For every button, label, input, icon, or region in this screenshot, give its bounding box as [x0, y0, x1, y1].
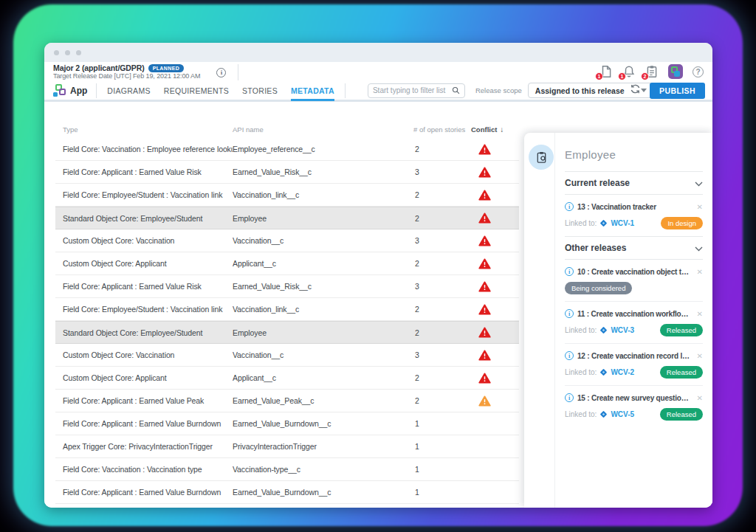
conflict-warning-icon[interactable]	[478, 167, 491, 178]
info-icon[interactable]: i	[565, 202, 574, 211]
table-row[interactable]: Field Core: Applicant : Earned Value Bur…	[55, 481, 519, 504]
release-notes-button[interactable]: 1	[599, 65, 613, 78]
conflict-warning-icon[interactable]	[478, 373, 491, 384]
linked-to-label: Linked to:	[565, 368, 597, 376]
tab-requirements[interactable]: REQUIREMENTS	[164, 83, 229, 101]
panel-section: Other releases i 10 : Create vaccination…	[565, 236, 703, 427]
notifications-button[interactable]: 1	[622, 65, 636, 78]
conflict-warning-icon[interactable]	[478, 235, 491, 246]
table-row[interactable]: Apex Trigger Core: PrivacyInteractionTri…	[55, 435, 519, 458]
window-dot-3[interactable]	[76, 50, 81, 55]
story-link[interactable]: WCV-3	[611, 326, 634, 334]
cell-api-name: Earned_Value_Burndown__c	[233, 419, 413, 428]
status-badge: In design	[661, 217, 703, 229]
table-row[interactable]: Custom Object Core: Vaccination Vaccinat…	[55, 229, 519, 252]
cell-api-name: Employee	[233, 214, 413, 223]
story-card[interactable]: i 15 : Create new survey questions for v…	[565, 386, 703, 427]
story-card[interactable]: i 11 : Create vaccination workflows ✕ Li…	[565, 302, 703, 344]
cell-open-stories: 2	[413, 373, 471, 382]
cell-api-name: Vaccination__c	[233, 236, 413, 245]
user-avatar[interactable]	[668, 64, 683, 79]
story-title[interactable]: 15 : Create new survey questions for vac…	[577, 394, 690, 402]
conflict-warning-icon[interactable]	[478, 327, 491, 338]
window-dot-2[interactable]	[65, 50, 70, 55]
table-row[interactable]: Field Core: Vaccination : Employee refer…	[55, 138, 519, 161]
story-title[interactable]: 13 : Vaccination tracker	[577, 203, 690, 211]
filter-search-input[interactable]	[373, 86, 452, 94]
conflict-warning-icon[interactable]	[478, 304, 491, 315]
story-title[interactable]: 12 : Create vaccination record linked to…	[577, 352, 690, 360]
story-title[interactable]: 11 : Create vaccination workflows	[577, 310, 690, 318]
release-scope-value: Assigned to this release	[535, 86, 625, 95]
close-icon[interactable]: ✕	[697, 310, 703, 318]
release-notes-count: 1	[595, 72, 603, 80]
table-row[interactable]: Standard Object Core: Employee/Student E…	[55, 207, 519, 229]
table-row[interactable]: Field Core: Applicant : Earned Value Ris…	[55, 161, 519, 184]
story-link[interactable]: WCV-5	[611, 410, 634, 418]
window-dot-1[interactable]	[54, 50, 59, 55]
table-row[interactable]: Custom Object Core: Applicant Applicant_…	[55, 252, 519, 275]
section-header[interactable]: Current release	[565, 171, 703, 195]
close-icon[interactable]: ✕	[697, 352, 703, 360]
column-header-open-stories[interactable]: # of open stories	[413, 125, 471, 134]
cell-api-name: PrivacyInteractionTrigger	[233, 442, 413, 451]
cell-type: Custom Object Core: Applicant	[55, 259, 233, 268]
table-row[interactable]: Field Core: Applicant : Earned Value Pea…	[55, 390, 519, 412]
column-header-type[interactable]: Type	[55, 125, 233, 134]
info-icon[interactable]: i	[565, 309, 574, 318]
conflict-warning-icon[interactable]	[478, 258, 491, 269]
table-row[interactable]: Custom Object Core: Vaccination Vaccinat…	[55, 344, 519, 367]
story-link[interactable]: WCV-1	[611, 219, 634, 227]
publish-button[interactable]: PUBLISH	[650, 83, 705, 99]
story-title[interactable]: 10 : Create vaccination object that trac…	[577, 268, 690, 276]
cell-type: Apex Trigger Core: PrivacyInteractionTri…	[55, 442, 233, 451]
cell-api-name: Applicant__c	[233, 373, 413, 382]
close-icon[interactable]: ✕	[697, 394, 703, 402]
table-row[interactable]: Field Core: Vaccination : Vaccination ty…	[55, 458, 519, 481]
chevron-down-icon[interactable]	[695, 176, 703, 190]
table-row[interactable]: Field Core: Employee/Student : Vaccinati…	[55, 298, 519, 321]
cell-type: Field Core: Applicant : Earned Value Pea…	[55, 396, 233, 405]
info-icon[interactable]: i	[565, 267, 574, 276]
column-header-conflict[interactable]: Conflict ↓	[471, 125, 519, 134]
content-area: Type API name # of open stories Conflict…	[44, 104, 712, 508]
chevron-down-icon[interactable]	[695, 241, 703, 255]
info-icon[interactable]: i	[565, 393, 574, 402]
conflict-warning-icon[interactable]	[478, 350, 491, 361]
app-logo-icon	[53, 84, 66, 97]
conflict-warning-icon[interactable]	[478, 144, 491, 155]
table-row[interactable]: Field Core: Applicant : Earned Value Bur…	[55, 412, 519, 435]
story-link[interactable]: WCV-2	[611, 368, 634, 376]
cell-open-stories: 1	[413, 465, 471, 474]
filter-search-box[interactable]	[368, 83, 465, 98]
info-icon[interactable]: i	[565, 351, 574, 360]
cell-type: Field Core: Applicant : Earned Value Ris…	[55, 167, 233, 176]
story-card[interactable]: i 13 : Vaccination tracker ✕ Linked to: …	[565, 195, 703, 236]
tab-metadata[interactable]: METADATA	[291, 83, 334, 101]
cell-open-stories: 1	[413, 419, 471, 428]
conflict-warning-icon[interactable]	[478, 281, 491, 292]
close-icon[interactable]: ✕	[697, 268, 703, 276]
changes-button[interactable]: 2	[645, 65, 659, 78]
help-icon[interactable]: ?	[693, 66, 704, 77]
app-header: Major 2 (applicant/GDPR) PLANNED Target …	[44, 62, 712, 81]
story-card[interactable]: i 10 : Create vaccination object that tr…	[565, 260, 703, 302]
conflict-warning-icon[interactable]	[478, 395, 491, 407]
refresh-button[interactable]	[630, 83, 641, 97]
close-icon[interactable]: ✕	[697, 203, 703, 211]
tab-stories[interactable]: STORIES	[242, 83, 278, 101]
column-header-api-name[interactable]: API name	[233, 125, 413, 134]
tab-diagrams[interactable]: DIAGRAMS	[107, 83, 150, 101]
conflict-warning-icon[interactable]	[478, 190, 491, 201]
story-card[interactable]: i 12 : Create vaccination record linked …	[565, 344, 703, 386]
section-header[interactable]: Other releases	[565, 236, 703, 260]
conflict-warning-icon[interactable]	[478, 213, 491, 224]
cell-type: Field Core: Applicant : Earned Value Bur…	[55, 488, 233, 497]
table-row[interactable]: Field Core: Applicant : Earned Value Ris…	[55, 275, 519, 298]
table-row[interactable]: Custom Object Core: Applicant Applicant_…	[55, 367, 519, 390]
status-badge: Released	[660, 408, 703, 421]
cell-open-stories: 2	[413, 214, 471, 223]
table-row[interactable]: Standard Object Core: Employee/Student E…	[55, 321, 519, 344]
table-row[interactable]: Field Core: Employee/Student : Vaccinati…	[55, 184, 519, 207]
info-icon[interactable]: i	[216, 68, 226, 77]
